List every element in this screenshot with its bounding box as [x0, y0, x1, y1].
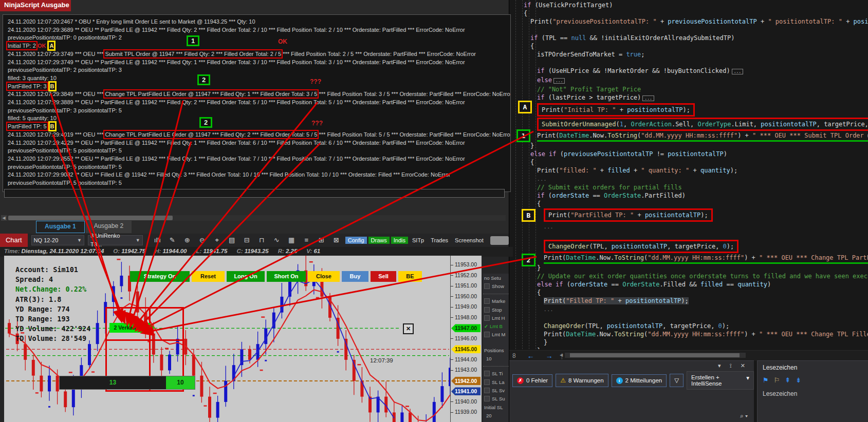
navigate-forward-icon[interactable]: → [546, 352, 553, 360]
panel-icon[interactable]: ⊟ [239, 236, 254, 244]
output-input-line[interactable] [4, 189, 505, 198]
output-tab[interactable]: Ausgabe 1 [36, 221, 85, 233]
toolbar-overflow-button[interactable] [490, 236, 509, 245]
panel-checkbox-show[interactable]: Show [483, 282, 509, 290]
toolbar-button-trades[interactable]: Trades [428, 237, 451, 244]
messages-filter-button[interactable]: i 2 Mitteilungen [612, 374, 667, 387]
code-editor[interactable]: if (UseTickProfitTarget){Print("previous… [509, 1, 868, 349]
errors-filter-button[interactable]: ✗ 0 Fehler [512, 374, 552, 387]
toolbar-button-sitp[interactable]: SITp [410, 237, 427, 244]
new-window-icon[interactable]: ⊞ [314, 236, 329, 244]
panel-checkbox-sl-sv[interactable]: SL Sv [483, 386, 509, 394]
output-hscrollbar[interactable]: ◀ [1, 215, 506, 221]
build-intellisense-dropdown[interactable]: Erstellen + IntelliSense ▾ [687, 371, 754, 390]
strategy-button-strategy-on[interactable]: Strategy On [130, 271, 190, 282]
code-line: if (UseTickProfitTarget) [509, 1, 868, 9]
code-line: Print("Initial TP: " + positiontotalTP); [509, 103, 868, 117]
price-axis[interactable]: 11953.0011952.0011951.0011950.0011949.00… [450, 256, 482, 422]
chart-tab[interactable]: Chart [0, 234, 28, 247]
scroll-left-icon[interactable]: ◀ [560, 353, 563, 358]
account-info-line: Spread: 4 [15, 275, 90, 284]
panel-checkbox-lmt-h[interactable]: Lmt H [483, 314, 509, 322]
code-line: if (lastPrice > targetPrice)... [509, 93, 868, 103]
filter-button[interactable]: ▽ [670, 374, 684, 387]
panel-checkbox-lmt-b[interactable]: ✓Lmt B [483, 322, 509, 330]
status-open: 11942.75 [121, 248, 145, 254]
panel-checkbox-sl-ti[interactable]: SL Ti [483, 370, 509, 378]
strategy-button-close[interactable]: Close [308, 271, 340, 282]
count-left: 13 [60, 376, 166, 389]
panel-window-icons[interactable]: ▾ ⟟ ✕ [718, 362, 749, 369]
code-annotation-label-1: 1 [516, 129, 530, 142]
code-line: Print(DateTime.Now.ToString("dd.MM.yyyy … [509, 254, 868, 264]
list-icon[interactable]: ≡ [299, 236, 314, 244]
panel-label: 20 [483, 411, 509, 419]
bookmark-icon[interactable]: ⚑ [763, 376, 769, 384]
panel-checkbox-sl-la[interactable]: SL La [483, 378, 509, 386]
log-line: previousePositiontotalTP: 5 positiontota… [8, 163, 510, 171]
code-line: } [509, 338, 868, 347]
log-line: previousePositiontotalTP: 0 positiontota… [8, 34, 510, 42]
toolbar-buttons: ConfigDrawsIndisSITpTradesScreenshot [344, 237, 486, 244]
code-line: else if (previousePositiontotalTP != pos… [509, 150, 868, 158]
toolbar-button-draws[interactable]: Draws [368, 237, 390, 244]
toolbar-button-config[interactable]: Config [345, 237, 367, 244]
new-bookmark-folder-icon[interactable]: ⚐ [774, 376, 780, 384]
strategy-buttons: Strategy OnResetLong OnShort OnCloseBuyS… [130, 271, 422, 282]
chart-plot-area[interactable]: Account: Sim101Spread: 4Net.Change: 0.22… [4, 256, 450, 422]
report-icon[interactable]: ▤ [225, 236, 239, 244]
template-icon[interactable]: ▦ [284, 236, 299, 244]
draw-tool-icon[interactable]: ✎ [165, 236, 180, 244]
output-log[interactable]: 24.11.2020 12:07:20:2467 * OBU * Entry l… [3, 14, 511, 192]
panel-checkbox-stop[interactable]: Stop [483, 305, 509, 314]
panel-checkbox-lmt-m[interactable]: Lmt M [483, 331, 509, 339]
time-marker: 12:07:39 [370, 357, 393, 363]
period-selector[interactable]: 3 UniRenko T3... ▼ [88, 235, 143, 245]
scrollbar-thumb[interactable] [570, 353, 740, 357]
account-info-line: YD Range: 774 [15, 304, 90, 314]
split-window-icon[interactable]: ⊠ [329, 236, 344, 244]
cancel-order-icon[interactable]: ✕ [403, 323, 414, 334]
chart-style-icon[interactable]: ıllı [150, 236, 165, 244]
count-right: 10 [166, 376, 195, 389]
strategy-button-short-on[interactable]: Short On [267, 271, 306, 282]
axis-label: 11939.00 [455, 409, 477, 415]
annotation-red-text: ??? [311, 120, 323, 127]
price-tag-yellow: 11945.00 [451, 345, 481, 353]
chart-trader-icon[interactable]: ⊓ [254, 236, 269, 244]
code-line: Print("previousePositiontotalTP: " + pre… [509, 17, 868, 26]
panel-checkbox-sl-su[interactable]: SL Su [483, 395, 509, 403]
navigate-back-icon[interactable]: ← [527, 352, 534, 360]
code-line: else... [509, 76, 868, 85]
zoom-out-icon[interactable]: ⊖ [195, 236, 210, 244]
instrument-selector[interactable]: NQ 12-20 ▼ [31, 235, 84, 245]
toolbar-button-screenshot[interactable]: Screenshot [452, 237, 486, 244]
strategy-button-sell[interactable]: Sell [371, 271, 396, 282]
window-title[interactable]: NinjaScript Ausgabe [0, 0, 71, 11]
prev-bookmark-icon[interactable]: ⇞ [785, 376, 790, 384]
editor-hscrollbar[interactable]: ◀ [565, 353, 746, 358]
warnings-filter-button[interactable]: ⚠ 8 Warnungen [556, 374, 608, 387]
code-line: ChangeOrder(TPL, positiontotalTP, target… [509, 322, 868, 330]
sell-limit-order-tag[interactable]: 2 Verkauf LMT [109, 323, 155, 333]
log-line: 24.11.2020 12:07:29:9082 ** OEU ** Fille… [8, 171, 510, 179]
info-icon: i [616, 377, 623, 384]
strategy-button-be[interactable]: BE [398, 271, 422, 282]
toolbar-button-indis[interactable]: Indis [391, 237, 408, 244]
panel-checkbox-marke[interactable]: Marke [483, 297, 509, 305]
crosshair-icon[interactable]: ⌖ [210, 236, 225, 244]
line-tool-icon[interactable]: ∿ [269, 236, 284, 244]
axis-label: 11944.00 [455, 356, 477, 362]
code-line: Print("PartFilled TP: " + positiontotalT… [509, 208, 868, 222]
zoom-in-icon[interactable]: ⊕ [180, 236, 195, 244]
scroll-left-icon[interactable]: ◀ [1, 215, 7, 221]
strategy-button-long-on[interactable]: Long On [227, 271, 265, 282]
log-line: 24.11.2020 12:07:29:8552 ** OEU ** PartF… [8, 155, 510, 163]
strategy-button-reset[interactable]: Reset [192, 271, 225, 282]
next-bookmark-icon[interactable]: ⇟ [796, 376, 801, 384]
search-icon[interactable]: ⌕ ▾ [740, 412, 748, 419]
strategy-button-buy[interactable]: Buy [342, 271, 368, 282]
bookmarks-title: Lesezeichen [758, 361, 868, 371]
code-line: if (orderState == OrderState.PartFilled) [509, 191, 868, 200]
scrollbar-thumb[interactable] [8, 216, 173, 220]
